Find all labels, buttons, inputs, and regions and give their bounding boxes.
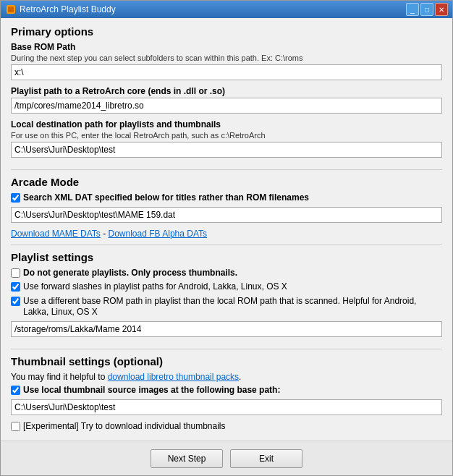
- maximize-button[interactable]: □: [420, 3, 433, 16]
- minimize-button[interactable]: _: [406, 3, 419, 16]
- arcade-checkbox-label: Search XML DAT specified below for title…: [23, 192, 309, 204]
- svg-rect-1: [8, 7, 14, 12]
- experimental-thumb-label: [Experimental] Try to download individua…: [23, 421, 225, 433]
- forward-slashes-label: Use forward slashes in playlist paths fo…: [23, 281, 287, 293]
- thumbnail-settings-section: Thumbnail settings (optional) You may fi…: [11, 355, 442, 432]
- divider-3: [11, 349, 442, 349]
- dat-path-input[interactable]: [11, 207, 442, 223]
- alt-rom-path-checkbox[interactable]: [11, 297, 20, 306]
- experimental-thumb-checkbox[interactable]: [11, 422, 20, 431]
- experimental-thumb-row: [Experimental] Try to download individua…: [11, 421, 442, 433]
- local-thumb-label: Use local thumbnail source images at the…: [23, 385, 280, 396]
- local-thumb-row: Use local thumbnail source images at the…: [11, 385, 442, 396]
- footer: Next Step Exit: [1, 441, 452, 475]
- base-rom-label: Base ROM Path: [11, 42, 442, 52]
- content-area: Primary options Base ROM Path During the…: [1, 18, 452, 441]
- primary-options-title: Primary options: [11, 25, 442, 38]
- thumbnail-settings-title: Thumbnail settings (optional): [11, 355, 442, 367]
- dat-links-row: Download MAME DATs - Download FB Alpha D…: [11, 229, 442, 239]
- arcade-checkbox-row: Search XML DAT specified below for title…: [11, 192, 442, 204]
- base-rom-desc: During the next step you can select subf…: [11, 54, 442, 62]
- window-controls: _ □ ✕: [406, 3, 448, 16]
- primary-options-section: Primary options Base ROM Path During the…: [11, 25, 442, 163]
- thumbnail-desc-prefix: You may find it helpful to: [11, 372, 108, 382]
- link-separator: -: [103, 229, 108, 239]
- alt-path-input[interactable]: [11, 321, 442, 337]
- alt-rom-path-row: Use a different base ROM path in playlis…: [11, 296, 442, 318]
- forward-slashes-row: Use forward slashes in playlist paths fo…: [11, 281, 442, 293]
- exit-button[interactable]: Exit: [230, 449, 302, 468]
- window-title: RetroArch Playlist Buddy: [20, 4, 406, 14]
- arcade-mode-title: Arcade Mode: [11, 176, 442, 188]
- divider-1: [11, 169, 442, 170]
- local-dest-label: Local destination path for playlists and…: [11, 119, 442, 129]
- main-window: RetroArch Playlist Buddy _ □ ✕ Primary o…: [0, 0, 453, 476]
- playlist-settings-title: Playlist settings: [11, 251, 442, 263]
- no-playlists-checkbox[interactable]: [11, 268, 20, 278]
- divider-2: [11, 245, 442, 245]
- close-button[interactable]: ✕: [435, 3, 448, 16]
- playlist-path-label: Playlist path to a RetroArch core (ends …: [11, 86, 442, 96]
- thumbnail-packs-link[interactable]: download libretro thumbnail packs: [108, 372, 239, 382]
- base-rom-input[interactable]: [11, 64, 442, 80]
- alt-rom-path-label: Use a different base ROM path in playlis…: [23, 296, 442, 318]
- next-step-button[interactable]: Next Step: [151, 449, 223, 468]
- local-dest-desc: For use on this PC, enter the local Retr…: [11, 131, 442, 140]
- arcade-mode-section: Arcade Mode Search XML DAT specified bel…: [11, 176, 442, 239]
- thumbnail-desc: You may find it helpful to download libr…: [11, 372, 442, 382]
- local-dest-input[interactable]: [11, 142, 442, 158]
- no-playlists-row: Do not generate playlists. Only process …: [11, 268, 442, 279]
- forward-slashes-checkbox[interactable]: [11, 282, 20, 292]
- playlist-settings-section: Playlist settings Do not generate playli…: [11, 251, 442, 343]
- arcade-mode-checkbox[interactable]: [11, 193, 20, 203]
- thumb-path-input[interactable]: [11, 399, 442, 415]
- download-mame-dats-link[interactable]: Download MAME DATs: [11, 229, 101, 239]
- app-icon: [5, 4, 17, 15]
- title-bar: RetroArch Playlist Buddy _ □ ✕: [1, 1, 452, 18]
- no-playlists-label: Do not generate playlists. Only process …: [23, 268, 237, 279]
- playlist-path-input[interactable]: [11, 98, 442, 114]
- local-thumb-checkbox[interactable]: [11, 386, 20, 395]
- thumbnail-desc-suffix: .: [239, 372, 241, 382]
- download-fbalpha-dats-link[interactable]: Download FB Alpha DATs: [109, 229, 208, 239]
